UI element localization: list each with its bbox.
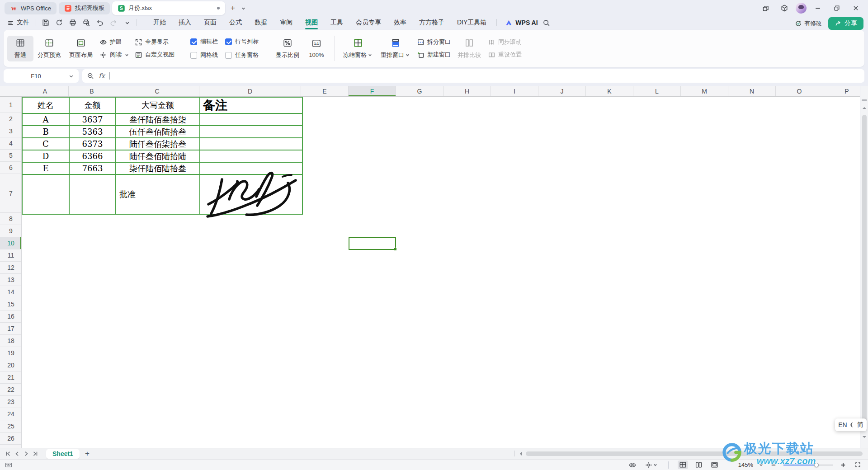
row-header-15[interactable]: 15 — [0, 298, 22, 310]
ribbon-button-page-break-preview[interactable]: 分页预览 — [33, 36, 65, 61]
column-header-I[interactable]: I — [491, 86, 538, 97]
search-icon[interactable] — [541, 18, 552, 28]
row-header-1[interactable]: 1 — [0, 97, 22, 113]
table-cell[interactable]: 叁仟陆佰叁拾柒 — [116, 114, 200, 126]
undo-icon[interactable] — [94, 18, 106, 28]
interface-mode-icon[interactable] — [758, 2, 773, 14]
scroll-down-icon[interactable] — [862, 435, 867, 439]
menu-item-12[interactable]: DIY工具箱 — [451, 17, 493, 28]
column-header-O[interactable]: O — [776, 86, 823, 97]
row-header-27[interactable]: 27 — [0, 445, 22, 448]
table-header-cell[interactable]: 备注 — [200, 98, 302, 114]
row-header-20[interactable]: 20 — [0, 359, 22, 371]
row-header-2[interactable]: 2 — [0, 113, 22, 125]
menu-item-9[interactable]: 会员专享 — [349, 17, 387, 28]
user-avatar[interactable] — [796, 3, 807, 14]
tab-list-dropdown-icon[interactable] — [238, 3, 249, 14]
row-header-24[interactable]: 24 — [0, 408, 22, 420]
ribbon-button-eye-protection[interactable]: 护眼 — [99, 38, 129, 46]
table-cell[interactable] — [200, 114, 302, 126]
ribbon-button-zoom-100[interactable]: 1:1100% — [303, 36, 330, 61]
eye-protection-status-icon[interactable] — [627, 460, 638, 470]
quickbar-more-icon[interactable] — [121, 18, 133, 28]
view-page-layout-button[interactable] — [693, 461, 704, 469]
print-icon[interactable] — [67, 18, 79, 28]
approve-cell[interactable]: 批准 — [116, 175, 200, 214]
column-header-B[interactable]: B — [69, 86, 115, 97]
menu-item-1[interactable]: 开始 — [147, 17, 172, 28]
row-header-3[interactable]: 3 — [0, 125, 22, 137]
row-header-21[interactable]: 21 — [0, 371, 22, 384]
table-cell[interactable]: 柒仟陆佰陆拾叁 — [116, 163, 200, 175]
row-header-6[interactable]: 6 — [0, 162, 22, 174]
window-tab-3[interactable]: S月份.xlsx — [112, 1, 225, 15]
save-icon[interactable] — [40, 18, 52, 28]
column-header-K[interactable]: K — [586, 86, 633, 97]
column-header-A[interactable]: A — [22, 86, 69, 97]
add-sheet-button[interactable]: + — [85, 449, 90, 458]
row-header-11[interactable]: 11 — [0, 249, 22, 262]
checkbox-icon[interactable] — [225, 52, 232, 59]
menu-item-5[interactable]: 数据 — [248, 17, 274, 28]
table-cell[interactable] — [200, 126, 302, 138]
print-preview-icon[interactable] — [80, 18, 92, 28]
table-cell[interactable]: 6373 — [70, 138, 116, 150]
cell-name-box[interactable]: F10 — [4, 69, 79, 83]
row-header-22[interactable]: 22 — [0, 384, 22, 396]
column-header-E[interactable]: E — [301, 86, 349, 97]
ribbon-button-fullscreen[interactable]: 全屏显示 — [135, 38, 175, 46]
ribbon-button-freeze-panes[interactable]: 冻结窗格 — [339, 36, 377, 61]
checkbox-icon[interactable] — [190, 38, 197, 45]
table-cell[interactable] — [70, 175, 116, 214]
row-header-16[interactable]: 16 — [0, 310, 22, 323]
table-header-cell[interactable]: 大写金额 — [116, 98, 200, 114]
formula-bar[interactable]: fx — [82, 69, 864, 83]
table-cell[interactable]: 伍仟叁佰陆拾叁 — [116, 126, 200, 138]
menu-item-3[interactable]: 页面 — [198, 17, 223, 28]
export-icon[interactable] — [53, 18, 65, 28]
checkbox-unchecked[interactable]: 网格线 — [190, 51, 218, 59]
window-tab-1[interactable]: WWPS Office — [5, 2, 57, 14]
checkbox-icon[interactable] — [190, 52, 197, 59]
column-header-M[interactable]: M — [681, 86, 728, 97]
column-header-N[interactable]: N — [728, 86, 776, 97]
new-tab-button[interactable]: + — [227, 3, 238, 14]
menu-item-11[interactable]: 方方格子 — [413, 17, 451, 28]
row-header-5[interactable]: 5 — [0, 150, 22, 162]
restore-button[interactable] — [829, 2, 844, 14]
table-cell[interactable]: 7663 — [70, 163, 116, 175]
name-box-dropdown-icon[interactable] — [68, 73, 74, 79]
modified-status[interactable]: 有修改 — [795, 19, 822, 28]
table-cell[interactable]: 陆仟叁佰柒拾叁 — [116, 138, 200, 150]
row-header-4[interactable]: 4 — [0, 137, 22, 150]
next-sheet-icon[interactable] — [22, 449, 31, 458]
table-cell[interactable] — [200, 150, 302, 163]
zoom-in-button[interactable] — [839, 461, 848, 469]
sheet-canvas[interactable]: 姓名金额大写金额备注A3637叁仟陆佰叁拾柒B5363伍仟叁佰陆拾叁C6373陆… — [22, 97, 860, 448]
table-cell[interactable]: B — [23, 126, 70, 138]
row-header-25[interactable]: 25 — [0, 420, 22, 432]
menu-item-10[interactable]: 效率 — [387, 17, 413, 28]
row-header-14[interactable]: 14 — [0, 286, 22, 298]
fill-handle[interactable] — [394, 248, 397, 251]
checkbox-icon[interactable] — [225, 38, 232, 45]
row-header-13[interactable]: 13 — [0, 274, 22, 286]
wps-ai-button[interactable]: WPS AI — [505, 19, 538, 27]
scroll-up-icon[interactable] — [862, 106, 867, 110]
column-header-F[interactable]: F — [349, 86, 396, 97]
checkbox-unchecked[interactable]: 任务窗格 — [225, 51, 259, 59]
vertical-split-handle[interactable] — [862, 99, 867, 101]
menu-item-2[interactable]: 插入 — [172, 17, 198, 28]
view-page-break-button[interactable] — [709, 461, 720, 469]
table-cell[interactable]: A — [23, 114, 70, 126]
ribbon-button-reading-mode[interactable]: 阅读 — [99, 51, 129, 59]
row-header-9[interactable]: 9 — [0, 225, 22, 237]
table-cell[interactable]: 5363 — [70, 126, 116, 138]
menu-item-8[interactable]: 工具 — [324, 17, 349, 28]
table-cell[interactable]: 陆仟叁佰陆拾陆 — [116, 150, 200, 163]
row-header-18[interactable]: 18 — [0, 335, 22, 347]
first-sheet-icon[interactable] — [4, 449, 13, 458]
row-header-17[interactable]: 17 — [0, 323, 22, 335]
checkbox-checked[interactable]: 编辑栏 — [190, 38, 218, 46]
checkbox-checked[interactable]: 行号列标 — [225, 38, 259, 46]
